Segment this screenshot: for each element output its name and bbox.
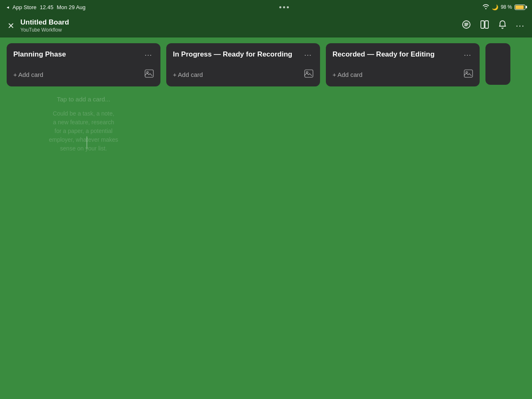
column-header-planning: Planning Phase ···	[7, 43, 160, 65]
back-arrow-icon: ◂	[7, 5, 9, 10]
status-bar-center	[279, 6, 289, 8]
add-card-in-progress[interactable]: + Add card	[173, 71, 203, 78]
column-footer-in-progress: + Add card	[166, 65, 320, 86]
column-title-planning: Planning Phase	[13, 50, 143, 59]
notifications-icon[interactable]	[498, 20, 507, 31]
board-area: Planning Phase ··· + Add card Tap to add…	[0, 37, 532, 399]
column-footer-recorded: + Add card	[326, 65, 480, 86]
image-icon-planning[interactable]	[145, 69, 154, 80]
column-partial	[485, 43, 510, 85]
more-options-icon[interactable]: ···	[516, 20, 525, 31]
column-menu-recorded[interactable]: ···	[462, 50, 473, 60]
column-menu-planning[interactable]: ···	[143, 50, 154, 60]
add-card-recorded[interactable]: + Add card	[332, 71, 362, 78]
board-title: Untitled Board	[20, 18, 69, 27]
column-title-in-progress: In Progress — Ready for Recording	[173, 50, 303, 59]
moon-icon: 🌙	[492, 4, 498, 10]
time-label: 12.45	[40, 4, 54, 10]
status-bar: ◂ App Store 12.45 Mon 29 Aug 🌙 98 %	[0, 0, 532, 14]
battery-pct-label: 98 %	[501, 4, 512, 10]
column-menu-in-progress[interactable]: ···	[303, 50, 313, 60]
column-title-recorded: Recorded — Ready for Editing	[332, 50, 462, 59]
ghost-card: Tap to add a card... Could be a task, a …	[7, 87, 160, 153]
close-button[interactable]: ✕	[7, 21, 15, 31]
dot-icon	[287, 6, 289, 8]
column-header-recorded: Recorded — Ready for Editing ···	[326, 43, 480, 65]
image-icon-recorded[interactable]	[464, 69, 473, 80]
column-header-in-progress: In Progress — Ready for Recording ···	[166, 43, 320, 65]
wifi-icon	[483, 4, 489, 10]
svg-rect-4	[481, 21, 484, 28]
column-footer-planning: + Add card	[7, 65, 160, 86]
status-bar-left: ◂ App Store 12.45 Mon 29 Aug	[7, 4, 86, 10]
column-in-progress: In Progress — Ready for Recording ··· + …	[166, 43, 320, 86]
add-card-planning[interactable]: + Add card	[13, 71, 43, 78]
svg-rect-5	[485, 21, 488, 28]
column-planning: Planning Phase ··· + Add card	[7, 43, 160, 86]
app-store-label: App Store	[12, 4, 37, 10]
ghost-tap-label: Tap to add a card...	[7, 96, 160, 103]
board-info: Untitled Board YouTube Workflow	[20, 18, 69, 33]
toolbar-right: ···	[462, 20, 525, 31]
battery-icon	[515, 5, 525, 10]
toolbar: ✕ Untitled Board YouTube Workflow	[0, 14, 532, 37]
filter-icon[interactable]	[462, 20, 471, 31]
ghost-description: Could be a task, a note,a new feature, r…	[7, 109, 160, 153]
dot-icon	[283, 6, 285, 8]
date-label: Mon 29 Aug	[57, 4, 85, 10]
column-recorded: Recorded — Ready for Editing ··· + Add c…	[326, 43, 480, 86]
toolbar-left: ✕ Untitled Board YouTube Workflow	[7, 18, 69, 33]
dot-icon	[279, 6, 281, 8]
board-view-icon[interactable]	[480, 20, 489, 31]
image-icon-in-progress[interactable]	[304, 69, 313, 80]
cursor-line	[86, 136, 87, 149]
board-subtitle: YouTube Workflow	[20, 27, 69, 33]
status-bar-right: 🌙 98 %	[483, 4, 525, 10]
